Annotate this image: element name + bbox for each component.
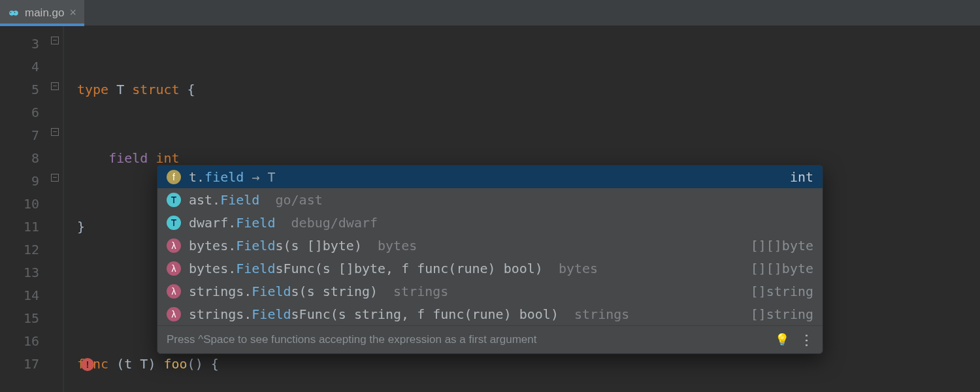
line-number[interactable]: 3 — [31, 36, 39, 52]
keyword: type — [77, 82, 108, 97]
kind-type-icon: T — [167, 193, 181, 207]
line-number[interactable]: 6 — [31, 105, 39, 120]
code-line[interactable]: type T struct { — [64, 78, 980, 101]
fold-toggle-icon[interactable]: − — [51, 82, 59, 90]
completion-item[interactable]: λ bytes.FieldsFunc(s []byte, f func(rune… — [157, 257, 823, 280]
tab-bar: main.go × — [0, 0, 980, 26]
line-number[interactable]: 7 — [31, 127, 39, 143]
type-ref: int — [148, 150, 179, 166]
line-number[interactable]: 16 — [24, 333, 39, 349]
line-number[interactable]: 13 — [24, 265, 39, 280]
line-number[interactable]: 12 — [24, 242, 39, 257]
fold-toggle-icon[interactable]: − — [51, 174, 59, 182]
line-number[interactable]: 4 — [31, 59, 39, 74]
func-name: foo — [163, 356, 187, 372]
go-file-icon — [8, 7, 20, 19]
svg-point-3 — [14, 12, 16, 13]
field-name: field — [108, 150, 148, 166]
completion-label: ast.Field go/ast — [189, 192, 806, 208]
completion-item[interactable]: T dwarf.Field debug/dwarf — [157, 211, 823, 234]
line-number-gutter: 3 4 5 6 7 8 9 10 11 12 13 14 15 16 17 − … — [0, 26, 64, 392]
kind-func-icon: λ — [167, 284, 181, 299]
intention-bulb-icon[interactable]: 💡 — [775, 333, 789, 347]
completion-label: bytes.FieldsFunc(s []byte, f func(rune) … — [189, 261, 743, 276]
keyword: struct — [132, 82, 179, 97]
line-number[interactable]: 8 — [31, 150, 39, 166]
svg-point-2 — [10, 12, 12, 13]
line-number[interactable]: 15 — [24, 310, 39, 326]
more-options-icon[interactable]: ⋯ — [798, 333, 815, 347]
completion-hint-bar: Press ^Space to see functions accepting … — [157, 325, 823, 353]
svg-point-1 — [13, 10, 18, 16]
completion-item[interactable]: T ast.Field go/ast — [157, 188, 823, 211]
brace: } — [77, 219, 85, 235]
kind-func-icon: λ — [167, 261, 181, 276]
editor: 3 4 5 6 7 8 9 10 11 12 13 14 15 16 17 − … — [0, 26, 980, 392]
line-number[interactable]: 10 — [24, 196, 39, 212]
indent — [77, 150, 108, 166]
kind-type-icon: T — [167, 216, 181, 230]
completion-label: bytes.Fields(s []byte) bytes — [189, 238, 743, 253]
completion-label: dwarf.Field debug/dwarf — [189, 215, 806, 231]
signature: () { — [188, 356, 219, 372]
tab-filename: main.go — [25, 7, 64, 20]
code-completion-popup: f t.field → T int T ast.Field go/ast T d… — [157, 165, 823, 354]
completion-item[interactable]: λ strings.FieldsFunc(s string, f func(ru… — [157, 302, 823, 325]
completion-label: strings.Fields(s string) strings — [189, 284, 743, 299]
brace: { — [180, 82, 195, 97]
completion-type: [][]byte — [751, 238, 813, 253]
file-tab[interactable]: main.go × — [0, 0, 84, 25]
kind-func-icon: λ — [167, 238, 181, 253]
completion-type: [][]byte — [751, 261, 813, 276]
completion-item[interactable]: λ bytes.Fields(s []byte) bytes [][]byte — [157, 234, 823, 257]
completion-type: []string — [751, 284, 813, 299]
completion-item[interactable]: f t.field → T int — [157, 165, 823, 188]
completion-label: t.field → T — [189, 169, 782, 185]
kind-func-icon: λ — [167, 307, 181, 321]
completion-hint-text: Press ^Space to see functions accepting … — [167, 333, 536, 346]
line-number[interactable]: 14 — [24, 287, 39, 303]
receiver: (t T) — [108, 356, 163, 372]
close-tab-icon[interactable]: × — [69, 6, 76, 20]
line-number[interactable]: 5 — [31, 82, 39, 97]
line-number[interactable]: 11 — [24, 219, 39, 235]
completion-item[interactable]: λ strings.Fields(s string) strings []str… — [157, 280, 823, 302]
completion-type: int — [790, 169, 813, 185]
completion-type: []string — [751, 306, 813, 322]
line-number[interactable]: 17 — [24, 356, 39, 372]
error-icon[interactable]: ! — [81, 358, 94, 371]
fold-toggle-icon[interactable]: − — [51, 37, 59, 44]
type-name: T — [116, 82, 124, 97]
completion-label: strings.FieldsFunc(s string, f func(rune… — [189, 306, 743, 322]
code-line[interactable]: !func (t T) foo() { — [64, 353, 980, 376]
fold-toggle-icon[interactable]: − — [51, 128, 59, 136]
line-number[interactable]: 9 — [31, 173, 39, 189]
kind-field-icon: f — [167, 170, 181, 184]
